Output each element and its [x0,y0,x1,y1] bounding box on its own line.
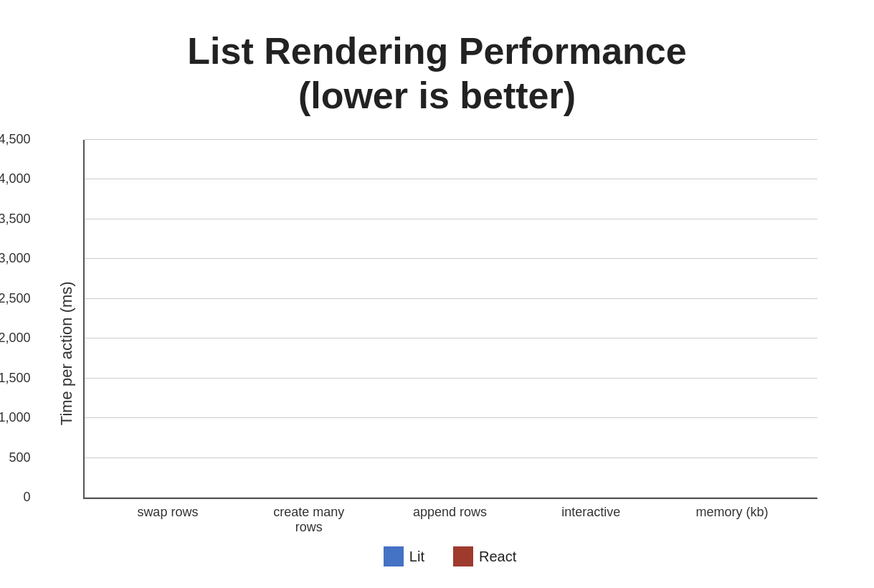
x-axis-label: create many rows [269,505,349,535]
legend-react-label: React [479,549,516,565]
y-tick-label: 1,500 [0,371,31,386]
x-axis-label: memory (kb) [692,505,772,535]
y-tick-label: 4,500 [0,132,31,147]
y-tick-label: 0 [0,490,31,505]
x-axis-label: swap rows [128,505,208,535]
legend-box-react [453,546,473,566]
legend-item-react: React [453,546,516,566]
x-axis-label: append rows [409,505,490,535]
legend: Lit React [83,546,817,566]
bars-group-container [85,140,817,498]
plot-area: 05001,0001,5002,0002,5003,0003,5004,0004… [83,140,817,499]
y-tick-label: 2,500 [0,291,31,306]
y-tick-label: 4,000 [0,171,31,186]
chart-title: List Rendering Performance (lower is bet… [187,29,686,118]
legend-item-lit: Lit [384,546,424,566]
legend-box-lit [384,546,404,566]
y-tick-label: 3,000 [0,251,31,266]
y-tick-label: 3,500 [0,212,31,227]
chart-area: Time per action (ms) 05001,0001,5002,000… [57,140,817,566]
y-tick-label: 1,000 [0,410,31,425]
chart-inner: 05001,0001,5002,0002,5003,0003,5004,0004… [83,140,817,566]
chart-container: List Rendering Performance (lower is bet… [43,14,832,574]
x-axis-labels: swap rowscreate many rowsappend rowsinte… [83,499,817,535]
title-line1: List Rendering Performance [187,30,686,72]
title-line2: (lower is better) [298,75,576,116]
y-axis-label: Time per action (ms) [57,140,76,566]
legend-lit-label: Lit [409,549,424,565]
x-axis-label: interactive [551,505,631,535]
y-tick-label: 500 [0,450,31,465]
y-tick-label: 2,000 [0,331,31,346]
